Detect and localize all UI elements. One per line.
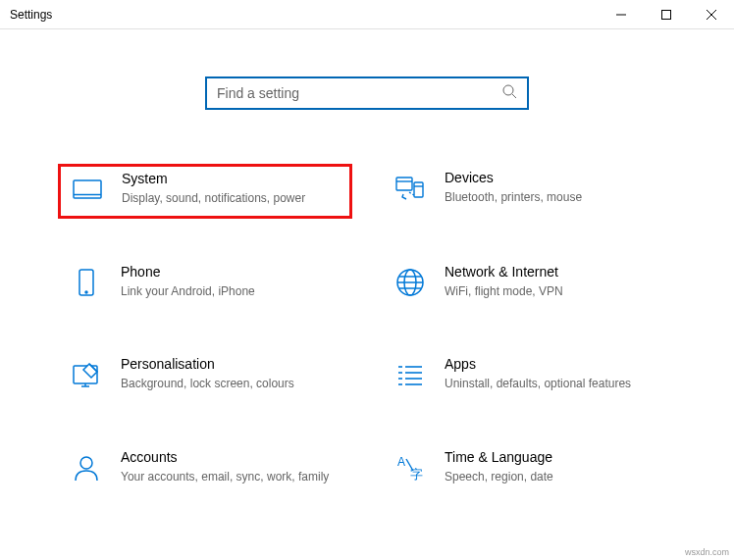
tile-system[interactable]: SystemDisplay, sound, notifications, pow… bbox=[58, 164, 352, 219]
minimize-button[interactable] bbox=[599, 0, 644, 29]
time-icon: A字 bbox=[393, 451, 427, 484]
tile-devices[interactable]: DevicesBluetooth, printers, mouse bbox=[382, 164, 676, 219]
watermark: wsxdn.com bbox=[685, 547, 729, 557]
tile-title: System bbox=[122, 171, 343, 186]
svg-line-5 bbox=[512, 94, 516, 98]
tile-title: Apps bbox=[445, 356, 668, 372]
tile-desc: Bluetooth, printers, mouse bbox=[445, 189, 668, 205]
tile-accounts[interactable]: AccountsYour accounts, email, sync, work… bbox=[58, 443, 352, 496]
close-button[interactable] bbox=[689, 0, 734, 29]
tile-desc: WiFi, flight mode, VPN bbox=[445, 283, 668, 299]
svg-point-33 bbox=[80, 457, 92, 469]
title-bar: Settings bbox=[0, 0, 734, 29]
content-area: SystemDisplay, sound, notifications, pow… bbox=[0, 29, 734, 496]
tile-desc: Background, lock screen, colours bbox=[121, 376, 344, 391]
tile-title: Network & Internet bbox=[445, 264, 668, 280]
search-icon bbox=[501, 83, 517, 103]
devices-icon bbox=[393, 172, 427, 205]
tile-title: Phone bbox=[121, 264, 344, 280]
phone-icon bbox=[70, 266, 103, 299]
tile-network[interactable]: Network & InternetWiFi, flight mode, VPN bbox=[382, 258, 676, 311]
settings-grid: SystemDisplay, sound, notifications, pow… bbox=[58, 164, 676, 496]
system-icon bbox=[71, 173, 104, 206]
tile-title: Devices bbox=[445, 170, 668, 185]
personalisation-icon bbox=[70, 358, 103, 391]
tile-desc: Display, sound, notifications, power bbox=[122, 190, 343, 206]
svg-point-4 bbox=[503, 85, 513, 95]
svg-point-15 bbox=[85, 291, 87, 293]
svg-rect-1 bbox=[662, 11, 671, 20]
tile-title: Accounts bbox=[121, 449, 344, 465]
window-title: Settings bbox=[10, 8, 52, 22]
tile-title: Time & Language bbox=[445, 449, 668, 465]
tile-desc: Link your Android, iPhone bbox=[121, 283, 344, 299]
tile-phone[interactable]: PhoneLink your Android, iPhone bbox=[58, 258, 352, 311]
svg-rect-11 bbox=[414, 182, 423, 197]
tile-apps[interactable]: AppsUninstall, defaults, optional featur… bbox=[382, 350, 676, 403]
search-box[interactable] bbox=[205, 76, 529, 110]
tile-desc: Your accounts, email, sync, work, family bbox=[121, 469, 344, 484]
tile-personalisation[interactable]: PersonalisationBackground, lock screen, … bbox=[58, 350, 352, 403]
network-icon bbox=[393, 266, 427, 299]
maximize-button[interactable] bbox=[644, 0, 689, 29]
tile-desc: Uninstall, defaults, optional features bbox=[445, 376, 668, 391]
tile-title: Personalisation bbox=[121, 356, 344, 372]
tile-desc: Speech, region, date bbox=[445, 469, 668, 484]
accounts-icon bbox=[70, 451, 103, 484]
tile-time[interactable]: A字Time & LanguageSpeech, region, date bbox=[382, 443, 676, 496]
svg-text:A: A bbox=[397, 455, 405, 469]
apps-icon bbox=[393, 358, 427, 391]
window-controls bbox=[599, 0, 734, 28]
svg-rect-9 bbox=[396, 178, 412, 190]
search-input[interactable] bbox=[217, 85, 501, 101]
svg-rect-6 bbox=[74, 180, 101, 198]
